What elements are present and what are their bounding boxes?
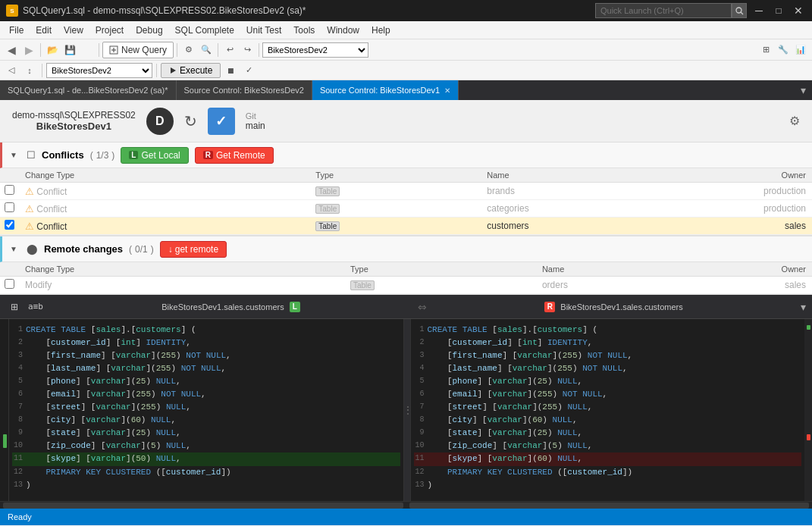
sc-check-icon[interactable]: ✓: [208, 108, 235, 135]
diff-left-label: BikeStoresDev1.sales.customers L: [49, 302, 413, 312]
row-checkbox[interactable]: [5, 185, 14, 195]
diff-line-3-right: 3 [first_name] [varchar](255) NOT NULL,: [414, 349, 802, 362]
diff-right-badge: R: [544, 302, 555, 312]
save-all-btn[interactable]: [79, 42, 96, 58]
toolbar-extra-3[interactable]: 📊: [792, 42, 809, 58]
diff-left-gutter: [0, 319, 9, 501]
remote-row-checkbox[interactable]: [5, 279, 14, 289]
menu-tools[interactable]: Tools: [287, 21, 321, 39]
col-check: [0, 168, 19, 183]
table-row[interactable]: ⚠ Conflict Table brands production: [0, 183, 812, 200]
forward-btn[interactable]: ▶: [20, 42, 37, 58]
menu-file[interactable]: File: [3, 21, 30, 39]
diff-line-13-left: 13): [12, 479, 400, 492]
remote-count-open: (: [129, 244, 132, 255]
menu-project[interactable]: Project: [89, 21, 130, 39]
sc-settings-btn[interactable]: ⚙: [789, 114, 800, 128]
remote-toggle[interactable]: ▼: [10, 245, 20, 253]
diff-center-divider: ⋮: [404, 319, 410, 501]
new-query-label: New Query: [121, 45, 167, 55]
diff-line-2-left: 2 [customer_id] [int] IDENTITY,: [12, 337, 400, 349]
tab-sc-dev2[interactable]: Source Control: BikeStoresDev2: [177, 80, 312, 100]
close-btn[interactable]: ✕: [791, 3, 806, 18]
diff-panel-left[interactable]: 1CREATE TABLE [sales].[customers] ( 2 [c…: [9, 319, 404, 501]
menu-unittest[interactable]: Unit Test: [240, 21, 287, 39]
conflicts-checkbox-icon: ☐: [27, 149, 36, 161]
toolbar-sep-4: [218, 43, 218, 57]
search-area: [595, 3, 747, 18]
conflicts-header: ▼ ☐ Conflicts ( 1/3 ) L Get Local R Get …: [0, 142, 812, 168]
get-remote-btn-2[interactable]: ↓ get remote: [160, 241, 227, 258]
diff-separator-icon: ⇔: [418, 301, 427, 313]
sc-server-info: demo-mssql\SQLEXPRESS02 BikeStoresDev1: [12, 110, 136, 132]
toolbar-btn-2[interactable]: 🔍: [198, 42, 215, 58]
toolbar2-btn-2[interactable]: ↕: [21, 62, 38, 79]
diff-bottom-scroll[interactable]: [0, 501, 812, 509]
sc-refresh-btn[interactable]: ↻: [184, 112, 197, 130]
toolbar-secondary: ◁ ↕ BikeStoresDev2 Execute ⏹ ✓: [0, 61, 812, 80]
sc-dark-icon[interactable]: D: [146, 108, 174, 135]
minimize-btn[interactable]: ─: [751, 3, 767, 18]
remote-table-row[interactable]: Modify Table orders sales: [0, 277, 812, 294]
row-checkbox[interactable]: [5, 202, 14, 212]
table-row-selected[interactable]: ⚠ Conflict Table customers sales: [0, 218, 812, 235]
back-btn[interactable]: ◀: [3, 42, 20, 58]
diff-line-7-right: 7 [street] [varchar](255) NULL,: [414, 401, 802, 414]
diff-line-10-left: 10 [zip_code] [varchar](5) NULL,: [12, 440, 400, 452]
diff-tool-2[interactable]: a≡b: [27, 299, 44, 315]
conflicts-toggle[interactable]: ▼: [10, 151, 20, 159]
execute-btn[interactable]: Execute: [161, 63, 221, 78]
toolbar-extra-2[interactable]: 🔧: [775, 42, 792, 58]
toolbar-btn-4[interactable]: ↪: [239, 42, 256, 58]
tab-sc-dev1[interactable]: Source Control: BikeStoresDev1 ✕: [312, 80, 459, 100]
toolbar-btn-3[interactable]: ↩: [221, 42, 238, 58]
menu-debug[interactable]: Debug: [130, 21, 168, 39]
diff-panel-right[interactable]: 1CREATE TABLE [sales].[customers] ( 2 [c…: [410, 319, 805, 501]
parse-btn[interactable]: ✓: [240, 62, 257, 79]
quick-launch-input[interactable]: [595, 3, 732, 18]
get-local-badge: L: [129, 151, 138, 159]
menu-help[interactable]: Help: [365, 21, 397, 39]
diff-line-8-right: 8 [city] [varchar](60) NULL,: [414, 414, 802, 427]
search-icon[interactable]: [732, 3, 747, 18]
menu-window[interactable]: Window: [321, 21, 365, 39]
toolbar-sep-3: [177, 43, 177, 57]
conflicts-table: Change Type Type Name Owner ⚠ Conflict T…: [0, 168, 812, 235]
toolbar-btn-1[interactable]: ⚙: [180, 42, 197, 58]
tab-overflow-btn[interactable]: ▾: [795, 84, 812, 96]
conflicts-count-val: 1/3: [96, 150, 109, 161]
menu-edit[interactable]: Edit: [30, 21, 58, 39]
svg-line-1: [741, 12, 743, 14]
diff-line-4-left: 4 [last_name] [varchar](255) NOT NULL,: [12, 362, 400, 375]
db-select-2[interactable]: BikeStoresDev2: [46, 63, 152, 78]
col-owner: Owner: [736, 168, 812, 183]
diff-line-6-right: 6 [email] [varchar](255) NOT NULL,: [414, 388, 802, 401]
toolbar2-btn-1[interactable]: ◁: [3, 62, 20, 79]
new-query-btn[interactable]: New Query: [102, 42, 174, 58]
conflicts-count-end: ): [111, 150, 114, 161]
maximize-btn[interactable]: □: [771, 3, 786, 18]
save-btn[interactable]: 💾: [61, 42, 78, 58]
table-row[interactable]: ⚠ Conflict Table categories production: [0, 200, 812, 218]
remote-changes-section: ▼ ⬤ Remote changes ( 0/1 ) ↓ get remote …: [0, 236, 812, 295]
diff-left-badge: L: [290, 302, 300, 312]
get-remote-btn[interactable]: R Get Remote: [195, 147, 274, 164]
row-checkbox-selected[interactable]: [5, 220, 14, 230]
toolbar-extra-1[interactable]: ⊞: [757, 42, 774, 58]
status-bar: Ready: [0, 509, 812, 525]
menu-view[interactable]: View: [58, 21, 89, 39]
db-select[interactable]: BikeStoresDev2: [262, 42, 368, 58]
diff-line-12-right: 12 PRIMARY KEY CLUSTERED ([customer_id]): [414, 466, 802, 479]
diff-overflow-btn[interactable]: ▾: [801, 301, 806, 313]
tab-close-icon[interactable]: ✕: [444, 86, 450, 95]
tab-query[interactable]: SQLQuery1.sql - de...BikeStoresDev2 (sa)…: [0, 80, 177, 100]
diff-line-6-left: 6 [email] [varchar](255) NOT NULL,: [12, 388, 400, 401]
conflicts-count: (: [90, 150, 93, 161]
open-btn[interactable]: 📂: [44, 42, 61, 58]
diff-tool-1[interactable]: ⊞: [6, 299, 23, 315]
title-bar: S SQLQuery1.sql - demo-mssql\SQLEXPRESS0…: [0, 0, 812, 21]
menu-sqlcomplete[interactable]: SQL Complete: [169, 21, 240, 39]
get-local-btn[interactable]: L Get Local: [121, 147, 188, 164]
stop-btn[interactable]: ⏹: [222, 62, 239, 79]
diff-line-5-left: 5 [phone] [varchar](25) NULL,: [12, 375, 400, 388]
